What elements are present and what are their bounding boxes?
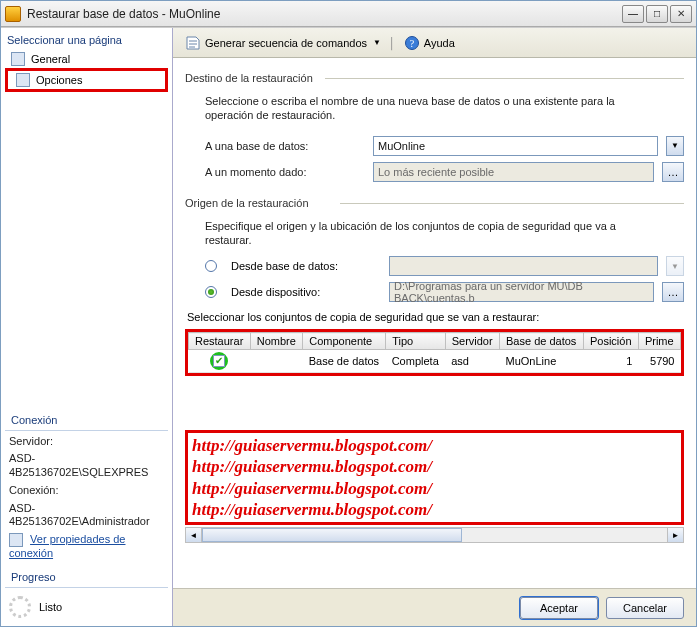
dropdown-arrow-icon: ▼ <box>373 38 381 47</box>
cell-nombre <box>250 350 303 373</box>
chevron-down-icon: ▼ <box>671 141 679 150</box>
server-value: ASD-4B25136702E\SQLEXPRES <box>1 450 172 482</box>
backup-sets-table: Restaurar Nombre Componente Tipo Servido… <box>188 332 681 373</box>
sidebar-spacer <box>1 92 172 406</box>
properties-icon <box>9 533 23 547</box>
from-device-label: Desde dispositivo: <box>231 286 381 298</box>
sidebar-item-label: General <box>31 53 70 65</box>
col-componente[interactable]: Componente <box>303 333 386 350</box>
table-row[interactable]: Base de datos Completa asd MuOnLine 1 57… <box>189 350 681 373</box>
scroll-thumb[interactable] <box>202 528 462 542</box>
ok-button[interactable]: Aceptar <box>520 597 598 619</box>
page-icon <box>16 73 30 87</box>
connection-value: ASD-4B25136702E\Administrador <box>1 500 172 532</box>
separator: │ <box>389 37 396 49</box>
progress-spinner-icon <box>9 596 31 618</box>
scroll-left-button[interactable]: ◄ <box>186 528 202 542</box>
col-tipo[interactable]: Tipo <box>386 333 446 350</box>
col-nombre[interactable]: Nombre <box>250 333 303 350</box>
col-prime[interactable]: Prime <box>638 333 680 350</box>
page-selector-sidebar: Seleccionar una página General Opciones … <box>1 28 173 626</box>
scroll-right-button[interactable]: ► <box>667 528 683 542</box>
watermark-line: http://guiaservermu.blogspot.com/ <box>192 478 677 499</box>
connection-section-title: Conexión <box>5 410 168 431</box>
from-device-row: Desde dispositivo: D:\Programas para un … <box>185 279 684 305</box>
scroll-track[interactable] <box>202 528 667 542</box>
script-button[interactable]: Generar secuencia de comandos ▼ <box>181 33 385 53</box>
from-database-combo <box>389 256 658 276</box>
chevron-down-icon: ▼ <box>671 262 679 271</box>
to-database-combo[interactable]: MuOnline <box>373 136 658 156</box>
page-icon <box>11 52 25 66</box>
point-in-time-field: Lo más reciente posible <box>373 162 654 182</box>
destination-desc: Seleccione o escriba el nombre de una nu… <box>185 90 684 133</box>
cell-bd: MuOnLine <box>500 350 584 373</box>
watermark-line: http://guiaservermu.blogspot.com/ <box>192 456 677 477</box>
server-label: Servidor: <box>1 433 172 451</box>
sidebar-header: Seleccionar una página <box>1 30 172 50</box>
chevron-left-icon: ◄ <box>190 531 198 540</box>
point-in-time-browse-button[interactable]: … <box>662 162 684 182</box>
cell-posicion: 1 <box>583 350 638 373</box>
from-device-browse-button[interactable]: … <box>662 282 684 302</box>
content-area: Destino de la restauración Seleccione o … <box>173 58 696 588</box>
horizontal-scrollbar[interactable]: ◄ ► <box>185 527 684 543</box>
help-button[interactable]: ? Ayuda <box>400 33 459 53</box>
sidebar-item-opciones[interactable]: Opciones <box>12 71 161 89</box>
cell-tipo: Completa <box>386 350 446 373</box>
script-label: Generar secuencia de comandos <box>205 37 367 49</box>
from-database-label: Desde base de datos: <box>231 260 381 272</box>
sidebar-item-label: Opciones <box>36 74 82 86</box>
chevron-right-icon: ► <box>672 531 680 540</box>
from-device-radio[interactable] <box>205 286 217 298</box>
view-connection-properties-link[interactable]: Ver propiedades de conexión <box>9 533 125 559</box>
source-group-title: Origen de la restauración <box>185 197 684 209</box>
from-database-radio[interactable] <box>205 260 217 272</box>
watermark-annotation: http://guiaservermu.blogspot.com/ http:/… <box>185 430 684 525</box>
app-icon <box>5 6 21 22</box>
col-restaurar[interactable]: Restaurar <box>189 333 251 350</box>
from-database-dropdown-button: ▼ <box>666 256 684 276</box>
col-basedatos[interactable]: Base de datos <box>500 333 584 350</box>
toolbar: Generar secuencia de comandos ▼ │ ? Ayud… <box>173 28 696 58</box>
point-in-time-label: A un momento dado: <box>205 166 365 178</box>
svg-text:?: ? <box>410 38 415 49</box>
progress-status: Listo <box>39 601 62 613</box>
table-header-row: Restaurar Nombre Componente Tipo Servido… <box>189 333 681 350</box>
to-database-dropdown-button[interactable]: ▼ <box>666 136 684 156</box>
dialog-footer: Aceptar Cancelar <box>173 588 696 626</box>
from-device-field: D:\Programas para un servidor MU\DB BACK… <box>389 282 654 302</box>
point-in-time-value: Lo más reciente posible <box>378 166 494 178</box>
window-controls: — □ ✕ <box>622 5 692 23</box>
cancel-button[interactable]: Cancelar <box>606 597 684 619</box>
ellipsis-icon: … <box>668 166 679 178</box>
dialog-body: Seleccionar una página General Opciones … <box>1 27 696 626</box>
point-in-time-row: A un momento dado: Lo más reciente posib… <box>185 159 684 185</box>
main-pane: Generar secuencia de comandos ▼ │ ? Ayud… <box>173 28 696 626</box>
window-title: Restaurar base de datos - MuOnline <box>27 7 622 21</box>
script-icon <box>185 35 201 51</box>
help-label: Ayuda <box>424 37 455 49</box>
progress-section-title: Progreso <box>5 567 168 588</box>
restore-checkbox-highlight <box>210 352 228 370</box>
connection-label: Conexión: <box>1 482 172 500</box>
minimize-button[interactable]: — <box>622 5 644 23</box>
help-icon: ? <box>404 35 420 51</box>
highlight-opciones: Opciones <box>5 68 168 92</box>
backup-sets-label: Seleccionar los conjuntos de copia de se… <box>185 305 684 327</box>
restore-checkbox[interactable] <box>213 355 225 367</box>
col-posicion[interactable]: Posición <box>583 333 638 350</box>
sidebar-item-general[interactable]: General <box>1 50 172 68</box>
close-button[interactable]: ✕ <box>670 5 692 23</box>
to-database-label: A una base de datos: <box>205 140 365 152</box>
progress-row: Listo <box>1 590 172 624</box>
cell-prime: 5790 <box>638 350 680 373</box>
dialog-window: Restaurar base de datos - MuOnline — □ ✕… <box>0 0 697 627</box>
ellipsis-icon: … <box>668 286 679 298</box>
to-database-row: A una base de datos: MuOnline ▼ <box>185 133 684 159</box>
col-servidor[interactable]: Servidor <box>445 333 499 350</box>
cell-componente: Base de datos <box>303 350 386 373</box>
connection-props-row: Ver propiedades de conexión <box>1 531 172 563</box>
titlebar: Restaurar base de datos - MuOnline — □ ✕ <box>1 1 696 27</box>
maximize-button[interactable]: □ <box>646 5 668 23</box>
